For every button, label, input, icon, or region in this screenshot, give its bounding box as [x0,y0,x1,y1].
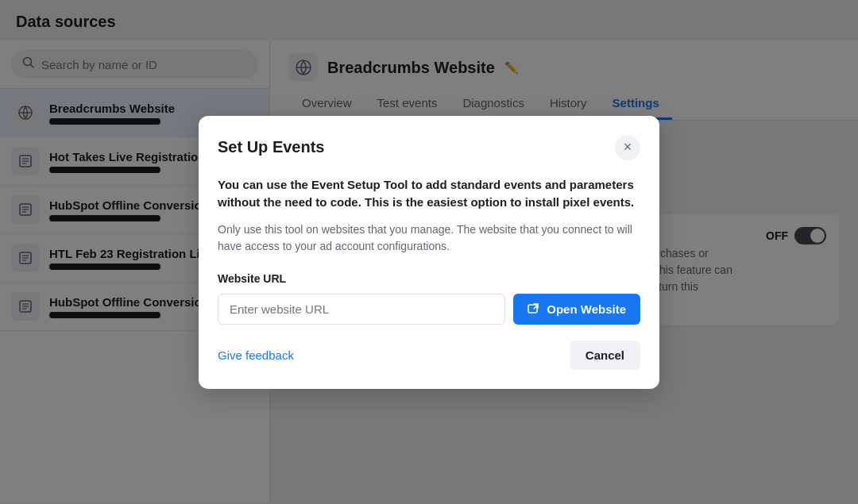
modal: Set Up Events × You can use the Event Se… [199,116,659,389]
url-row: Open Website [218,294,640,325]
website-url-label: Website URL [218,271,640,287]
open-website-button[interactable]: Open Website [513,294,640,325]
modal-body: You can use the Event Setup Tool to add … [218,176,640,325]
give-feedback-link[interactable]: Give feedback [218,348,294,362]
open-website-icon [528,302,540,315]
svg-rect-20 [528,305,537,313]
modal-bold-text: You can use the Event Setup Tool to add … [218,176,640,212]
url-input[interactable] [218,294,505,325]
cancel-button[interactable]: Cancel [570,340,640,370]
modal-close-button[interactable]: × [615,135,640,160]
modal-normal-text: Only use this tool on websites that you … [218,221,640,255]
modal-title: Set Up Events [218,138,324,156]
modal-overlay: Set Up Events × You can use the Event Se… [0,0,858,504]
modal-header: Set Up Events × [218,135,640,160]
modal-footer: Give feedback Cancel [218,340,640,370]
